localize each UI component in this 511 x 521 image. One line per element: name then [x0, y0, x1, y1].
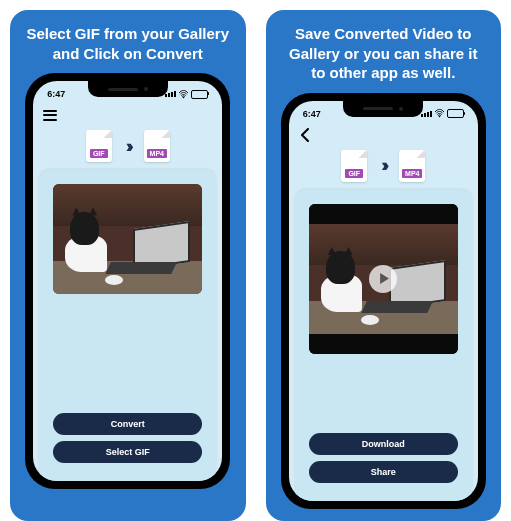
- gif-file-icon: GIF: [341, 150, 367, 182]
- phone-frame: 6:47 GIF ›› MP4: [281, 93, 486, 509]
- format-row: GIF ›› MP4: [33, 126, 222, 170]
- panel-caption: Save Converted Video to Gallery or you c…: [276, 24, 492, 83]
- signal-icon: [165, 91, 176, 97]
- battery-icon: [447, 109, 464, 118]
- content-card: Download Share: [295, 190, 472, 501]
- promo-panel-left: Select GIF from your Gallery and Click o…: [10, 10, 246, 521]
- hamburger-icon[interactable]: [43, 110, 57, 121]
- back-icon[interactable]: [299, 128, 311, 142]
- arrow-icon: ››: [381, 155, 385, 176]
- top-bar: [289, 124, 478, 146]
- status-time: 6:47: [47, 89, 65, 99]
- convert-button[interactable]: Convert: [53, 413, 202, 435]
- phone-screen: 6:47 GIF ›› MP4: [289, 101, 478, 501]
- wifi-icon: [435, 109, 444, 118]
- mp4-file-icon: MP4: [399, 150, 425, 182]
- phone-screen: 6:47 GIF ›› MP4: [33, 81, 222, 481]
- video-preview[interactable]: [309, 204, 458, 354]
- gif-file-icon: GIF: [86, 130, 112, 162]
- mp4-file-icon: MP4: [144, 130, 170, 162]
- phone-notch: [88, 81, 168, 97]
- signal-icon: [421, 111, 432, 117]
- share-button[interactable]: Share: [309, 461, 458, 483]
- select-gif-button[interactable]: Select GIF: [53, 441, 202, 463]
- promo-panel-right: Save Converted Video to Gallery or you c…: [266, 10, 502, 521]
- wifi-icon: [179, 90, 188, 99]
- format-row: GIF ›› MP4: [289, 146, 478, 190]
- play-icon[interactable]: [369, 265, 397, 293]
- gif-preview[interactable]: [53, 184, 202, 294]
- top-bar: [33, 104, 222, 126]
- panel-caption: Select GIF from your Gallery and Click o…: [20, 24, 236, 63]
- status-time: 6:47: [303, 109, 321, 119]
- phone-frame: 6:47 GIF ›› MP4: [25, 73, 230, 489]
- battery-icon: [191, 90, 208, 99]
- content-card: Convert Select GIF: [39, 170, 216, 481]
- arrow-icon: ››: [126, 136, 130, 157]
- phone-notch: [343, 101, 423, 117]
- download-button[interactable]: Download: [309, 433, 458, 455]
